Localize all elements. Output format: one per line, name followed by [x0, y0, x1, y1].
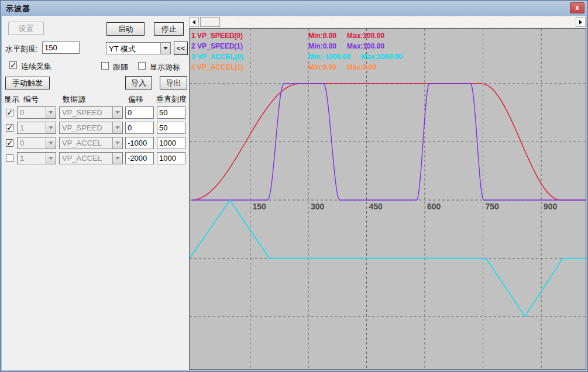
- legend-max-value: Max:0.00: [347, 63, 377, 71]
- header-index: 编号: [23, 94, 39, 105]
- scroll-right-icon[interactable]: [576, 17, 586, 27]
- legend-channel-label: 1 VP_SPEED(0): [191, 32, 243, 40]
- channel-index-select: 1: [17, 122, 56, 134]
- x-axis-tick-label: 900: [544, 202, 558, 211]
- chevron-down-icon: [46, 137, 56, 149]
- channel-source-select: VP_SPEED: [59, 106, 123, 119]
- x-axis-tick-label: 150: [253, 202, 267, 211]
- legend-min-value: Min:-1000.00: [308, 53, 350, 61]
- oscilloscope-window: 示波器 x 设置 启动 停止 水平刻度: YT 模式 << 连续采集 跟随 显示…: [0, 0, 588, 372]
- hscale-label: 水平刻度:: [5, 44, 38, 54]
- channel-enable-checkbox[interactable]: [6, 109, 13, 116]
- control-panel: 设置 启动 停止 水平刻度: YT 模式 << 连续采集 跟随 显示游标 手动触…: [2, 16, 189, 370]
- channel-vscale-input[interactable]: [157, 137, 185, 149]
- header-vscale: 垂直刻度: [156, 94, 187, 105]
- header-source: 数据源: [63, 94, 85, 105]
- mode-select-value: YT 模式: [106, 43, 160, 54]
- follow-checkbox[interactable]: [101, 62, 109, 70]
- export-button[interactable]: 导出: [160, 76, 187, 89]
- chevron-down-icon: [112, 122, 122, 133]
- channel-enable-checkbox[interactable]: [6, 154, 13, 162]
- channel-index-select: 0: [17, 137, 56, 149]
- x-axis-tick-label: 600: [427, 202, 441, 211]
- chevron-down-icon: [112, 137, 122, 149]
- horizontal-scrollbar[interactable]: [189, 17, 586, 27]
- collapse-panel-button[interactable]: <<: [174, 42, 188, 55]
- chevron-down-icon: [112, 107, 122, 118]
- legend-max-value: Max:100.00: [347, 42, 384, 50]
- chart-panel: 150300450600750900 1 VP_SPEED(0) Min:0.0…: [189, 16, 586, 370]
- legend-channel-label: 3 VP_ACCEL(0): [191, 53, 243, 61]
- follow-label: 跟随: [113, 62, 128, 73]
- window-title: 示波器: [1, 4, 30, 14]
- channel-source-select: VP_SPEED: [59, 122, 123, 134]
- stop-button[interactable]: 停止: [154, 22, 184, 36]
- continuous-capture-checkbox[interactable]: [9, 61, 17, 69]
- channel-offset-input[interactable]: [125, 122, 154, 134]
- legend-min-value: Min:0.00: [308, 42, 336, 50]
- import-button[interactable]: 导入: [125, 76, 152, 89]
- channel-source-select: VP_ACCEL: [59, 152, 123, 164]
- channel-vscale-input[interactable]: [157, 152, 185, 164]
- chevron-down-icon[interactable]: [160, 43, 170, 54]
- hscale-input[interactable]: [42, 42, 80, 54]
- channel-enable-checkbox[interactable]: [6, 124, 13, 132]
- header-display: 显示: [4, 94, 19, 105]
- scroll-left-icon[interactable]: [189, 17, 199, 27]
- channel-vscale-input[interactable]: [157, 122, 185, 134]
- manual-trigger-button[interactable]: 手动触发: [5, 77, 50, 89]
- chevron-down-icon: [46, 153, 56, 164]
- legend-min-value: Min:0.00: [308, 63, 336, 71]
- x-axis-tick-label: 300: [311, 202, 325, 211]
- x-axis-tick-label: 450: [369, 202, 383, 211]
- x-axis-tick-label: 750: [486, 202, 500, 211]
- channel-vscale-input[interactable]: [157, 106, 185, 119]
- close-button[interactable]: x: [570, 2, 584, 13]
- header-offset: 偏移: [128, 94, 143, 105]
- title-bar: 示波器: [1, 1, 587, 16]
- start-button[interactable]: 启动: [106, 22, 145, 36]
- show-cursor-checkbox[interactable]: [138, 62, 146, 70]
- channel-index-select: 1: [17, 152, 56, 164]
- channel-offset-input[interactable]: [125, 152, 154, 164]
- legend-channel-label: 2 VP_SPEED(1): [191, 42, 243, 50]
- chevron-down-icon: [46, 122, 56, 133]
- scrollbar-thumb[interactable]: [200, 17, 220, 27]
- continuous-capture-label: 连续采集: [21, 61, 51, 72]
- show-cursor-label: 显示游标: [150, 62, 180, 73]
- chevron-down-icon: [112, 153, 122, 164]
- chevron-down-icon: [46, 107, 56, 118]
- settings-button: 设置: [8, 22, 44, 35]
- channel-offset-input[interactable]: [125, 106, 154, 119]
- waveform-svg: 150300450600750900: [190, 29, 586, 370]
- channel-offset-input[interactable]: [125, 137, 154, 149]
- channel-index-select: 0: [17, 106, 56, 119]
- plot-area[interactable]: 150300450600750900 1 VP_SPEED(0) Min:0.0…: [189, 28, 586, 370]
- legend-min-value: Min:0.00: [308, 32, 336, 40]
- mode-select[interactable]: YT 模式: [106, 42, 171, 54]
- channel-source-select: VP_ACCEL: [59, 137, 123, 149]
- legend-max-value: Max:100.00: [347, 32, 384, 40]
- legend-max-value: Max:1000.00: [361, 53, 403, 61]
- legend-channel-label: 4 VP_ACCEL(1): [191, 63, 243, 71]
- channel-enable-checkbox[interactable]: [6, 139, 13, 147]
